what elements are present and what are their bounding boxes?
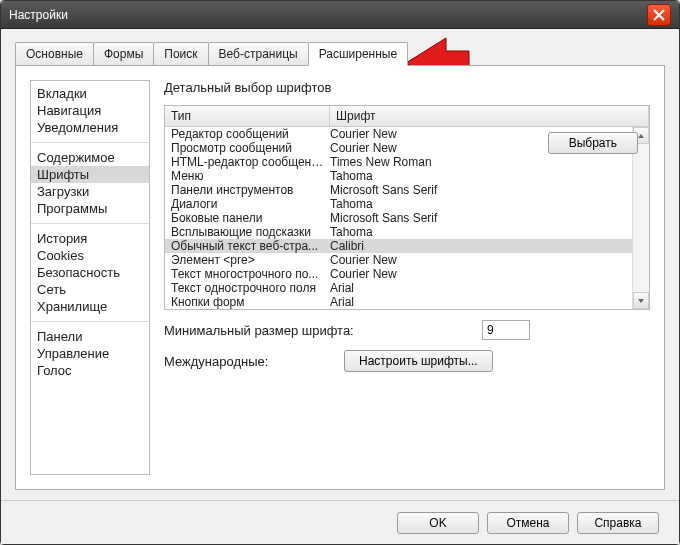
sidebar-item-security[interactable]: Безопасность <box>31 264 149 281</box>
sidebar-item-network[interactable]: Сеть <box>31 281 149 298</box>
settings-window: Настройки Основные Формы Поиск Веб-стран… <box>0 0 680 545</box>
font-row-font: Tahoma <box>330 225 632 239</box>
font-row-type: Обычный текст веб-стра... <box>165 239 330 253</box>
sidebar-separator <box>31 223 149 224</box>
min-font-label: Минимальный размер шрифта: <box>164 323 354 338</box>
sidebar-item-history[interactable]: История <box>31 230 149 247</box>
tab-advanced[interactable]: Расширенные <box>308 42 409 66</box>
font-row-font: Arial <box>330 281 632 295</box>
sidebar-separator <box>31 142 149 143</box>
font-row-font: Times New Roman <box>330 155 632 169</box>
sidebar-item-storage[interactable]: Хранилище <box>31 298 149 315</box>
font-row-font: Calibri <box>330 239 632 253</box>
sidebar-item-programs[interactable]: Программы <box>31 200 149 217</box>
cancel-button[interactable]: Отмена <box>487 512 569 534</box>
select-button[interactable]: Выбрать <box>548 132 638 154</box>
font-row-font: Tahoma <box>330 169 632 183</box>
font-row[interactable]: Элемент <pre>Courier New <box>165 253 632 267</box>
font-row-type: Меню <box>165 169 330 183</box>
tab-search[interactable]: Поиск <box>153 42 208 66</box>
international-row: Международные: Настроить шрифты... <box>164 350 650 372</box>
font-row-type: Текст многострочного по... <box>165 267 330 281</box>
font-row-type: Диалоги <box>165 197 330 211</box>
min-font-input[interactable] <box>482 320 530 340</box>
sidebar-item-cookies[interactable]: Cookies <box>31 247 149 264</box>
sidebar-separator <box>31 321 149 322</box>
font-row-type: Всплывающие подсказки <box>165 225 330 239</box>
font-row-type: Панели инструментов <box>165 183 330 197</box>
titlebar: Настройки <box>1 1 679 29</box>
font-row[interactable]: HTML-редактор сообщенийTimes New Roman <box>165 155 632 169</box>
font-table-header: Тип Шрифт <box>165 106 649 127</box>
tab-forms[interactable]: Формы <box>93 42 154 66</box>
sidebar-item-notifications[interactable]: Уведомления <box>31 119 149 136</box>
font-row-font: Arial <box>330 295 632 309</box>
font-row-type: Элемент <pre> <box>165 253 330 267</box>
font-row-type: Просмотр сообщений <box>165 141 330 155</box>
sidebar-item-navigation[interactable]: Навигация <box>31 102 149 119</box>
font-row-type: Кнопки форм <box>165 295 330 309</box>
close-button[interactable] <box>647 4 671 26</box>
scroll-down-button[interactable] <box>633 292 649 309</box>
tab-webpages[interactable]: Веб-страницы <box>208 42 309 66</box>
help-button[interactable]: Справка <box>577 512 659 534</box>
sidebar-item-voice[interactable]: Голос <box>31 362 149 379</box>
font-row[interactable]: Боковые панелиMicrosoft Sans Serif <box>165 211 632 225</box>
font-row-type: HTML-редактор сообщений <box>165 155 330 169</box>
close-icon <box>653 9 665 21</box>
font-row-font: Microsoft Sans Serif <box>330 183 632 197</box>
font-row[interactable]: МенюTahoma <box>165 169 632 183</box>
column-type[interactable]: Тип <box>165 106 330 126</box>
font-row-font: Microsoft Sans Serif <box>330 211 632 225</box>
tab-bar: Основные Формы Поиск Веб-страницы Расшир… <box>1 29 679 65</box>
scrollbar[interactable] <box>632 127 649 309</box>
font-row[interactable]: Всплывающие подсказкиTahoma <box>165 225 632 239</box>
section-title: Детальный выбор шрифтов <box>164 80 650 95</box>
font-row[interactable]: Обычный текст веб-стра...Calibri <box>165 239 632 253</box>
font-row[interactable]: Панели инструментовMicrosoft Sans Serif <box>165 183 632 197</box>
font-row-type: Текст однострочного поля <box>165 281 330 295</box>
min-font-row: Минимальный размер шрифта: <box>164 320 650 340</box>
column-font[interactable]: Шрифт <box>330 106 649 126</box>
font-row[interactable]: ДиалогиTahoma <box>165 197 632 211</box>
font-row[interactable]: Кнопки формArial <box>165 295 632 309</box>
international-label: Международные: <box>164 354 324 369</box>
sidebar-item-content[interactable]: Содержимое <box>31 149 149 166</box>
content-area: Вкладки Навигация Уведомления Содержимое… <box>15 65 665 490</box>
font-row-type: Редактор сообщений <box>165 127 330 141</box>
font-row-font: Tahoma <box>330 197 632 211</box>
sidebar-item-control[interactable]: Управление <box>31 345 149 362</box>
font-row[interactable]: Текст однострочного поляArial <box>165 281 632 295</box>
font-row[interactable]: Текст многострочного по...Courier New <box>165 267 632 281</box>
sidebar: Вкладки Навигация Уведомления Содержимое… <box>30 80 150 475</box>
font-row-font: Courier New <box>330 253 632 267</box>
configure-fonts-button[interactable]: Настроить шрифты... <box>344 350 493 372</box>
sidebar-item-downloads[interactable]: Загрузки <box>31 183 149 200</box>
font-table-body: Редактор сообщенийCourier NewПросмотр со… <box>165 127 649 309</box>
sidebar-item-tabs[interactable]: Вкладки <box>31 85 149 102</box>
ok-button[interactable]: OK <box>397 512 479 534</box>
font-row-font: Courier New <box>330 267 632 281</box>
tab-basic[interactable]: Основные <box>15 42 94 66</box>
font-row-type: Боковые панели <box>165 211 330 225</box>
sidebar-item-fonts[interactable]: Шрифты <box>31 166 149 183</box>
window-title: Настройки <box>9 8 647 22</box>
sidebar-item-panels[interactable]: Панели <box>31 328 149 345</box>
dialog-button-bar: OK Отмена Справка <box>1 500 679 544</box>
